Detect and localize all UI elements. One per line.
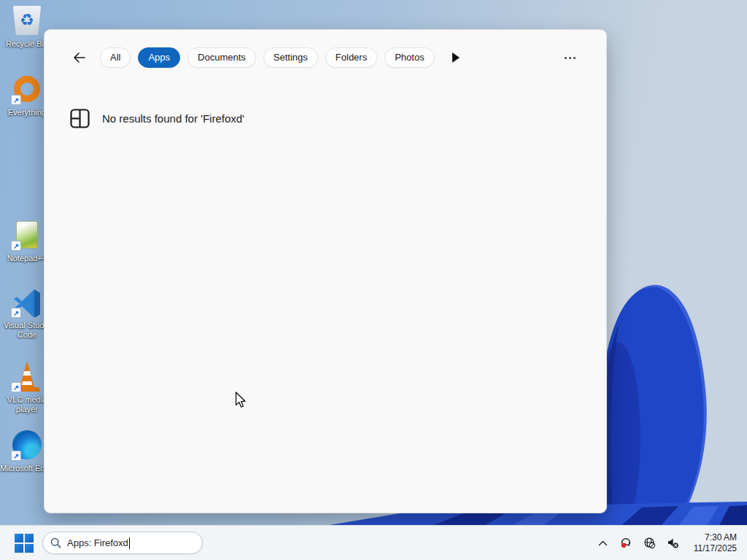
- no-internet-globe-icon: [643, 537, 656, 549]
- no-results-row: No results found for 'Firefoxd': [44, 68, 606, 128]
- search-results-window: All Apps Documents Settings Folders Phot…: [44, 29, 607, 513]
- system-tray: 7:30 AM 11/17/2025: [596, 532, 747, 554]
- more-options-button[interactable]: [560, 52, 580, 63]
- back-arrow-icon: [73, 52, 86, 63]
- shortcut-arrow-icon: ↗: [11, 451, 21, 461]
- speaker-muted-icon: [667, 537, 679, 549]
- notepad-plus-plus-icon: ↗: [9, 217, 44, 252]
- recycle-bin-icon: ♻: [9, 3, 44, 38]
- search-filter-tabs: All Apps Documents Settings Folders Phot…: [44, 30, 606, 68]
- tab-photos[interactable]: Photos: [384, 47, 434, 68]
- windows-logo-icon: [15, 534, 23, 542]
- no-results-message: No results found for 'Firefoxd': [102, 112, 244, 125]
- shortcut-arrow-icon: ↗: [11, 308, 21, 318]
- everything-icon: ↗: [9, 71, 44, 106]
- tab-settings[interactable]: Settings: [263, 47, 318, 68]
- chevron-up-icon: [598, 540, 608, 546]
- start-button[interactable]: [15, 534, 34, 553]
- show-hidden-icons-button[interactable]: [596, 534, 611, 552]
- network-status-button[interactable]: [643, 534, 657, 552]
- tabs-scroll-right-icon[interactable]: [452, 52, 460, 63]
- search-input-value: Apps: Firefoxd: [67, 537, 128, 548]
- desktop-icon-label: Recycle Bin: [6, 39, 48, 49]
- tab-folders[interactable]: Folders: [325, 47, 377, 68]
- taskbar-search-box[interactable]: Apps: Firefoxd: [42, 532, 203, 554]
- visual-studio-code-icon: ↗: [9, 284, 44, 319]
- tab-all[interactable]: All: [100, 47, 131, 68]
- sync-status-button[interactable]: [619, 534, 634, 552]
- desktop: ♻ Recycle Bin ↗ Everything ↗ Notepad++: [0, 0, 747, 560]
- taskbar-clock[interactable]: 7:30 AM 11/17/2025: [694, 532, 737, 554]
- clock-time: 7:30 AM: [694, 532, 737, 543]
- taskbar: Apps: Firefoxd: [0, 525, 747, 560]
- shortcut-arrow-icon: ↗: [11, 382, 21, 392]
- tab-documents[interactable]: Documents: [187, 47, 256, 68]
- clock-date: 11/17/2025: [694, 543, 737, 554]
- text-caret: [129, 537, 130, 549]
- desktop-icon-label: Notepad++: [7, 254, 47, 263]
- mouse-cursor: [235, 392, 247, 408]
- shortcut-arrow-icon: ↗: [11, 241, 21, 251]
- shortcut-arrow-icon: ↗: [11, 95, 21, 105]
- volume-status-button[interactable]: [666, 534, 681, 552]
- desktop-icon-label: Everything: [8, 108, 46, 117]
- search-icon: [50, 537, 61, 548]
- back-button[interactable]: [72, 50, 87, 65]
- microsoft-edge-icon: ↗: [9, 427, 44, 462]
- tab-apps[interactable]: Apps: [138, 47, 180, 68]
- vlc-media-player-icon: ↗: [9, 359, 44, 394]
- apps-grid-icon: [70, 109, 90, 128]
- sync-arrow-red-dot-icon: [620, 537, 632, 549]
